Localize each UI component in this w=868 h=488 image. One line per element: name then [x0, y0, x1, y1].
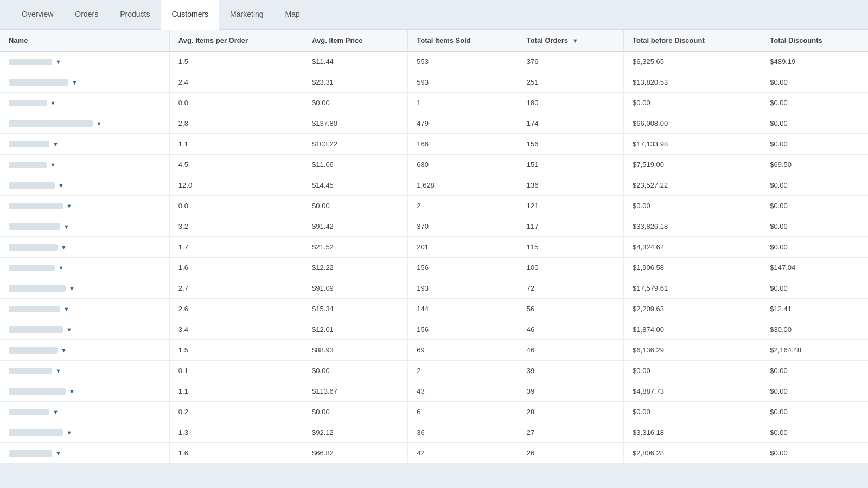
col-avg-items[interactable]: Avg. Items per Order: [169, 30, 303, 52]
cell-avg_items: 3.4: [169, 319, 303, 340]
cell-total_items: 1: [408, 93, 518, 113]
cell-total_orders: 121: [518, 196, 623, 216]
cell-avg_items: 0.1: [169, 361, 303, 381]
table-row: ▼0.1$0.00239$0.00$0.00: [0, 361, 868, 381]
cell-total_items: 144: [408, 299, 518, 319]
customer-name-cell: ▼: [0, 258, 169, 278]
cell-total_items: 553: [408, 52, 518, 72]
customer-name-cell: ▼: [0, 72, 169, 93]
cell-total_items: 42: [408, 443, 518, 464]
cell-total_discounts: $0.00: [761, 361, 868, 381]
tab-marketing[interactable]: Marketing: [219, 0, 274, 30]
col-name[interactable]: Name: [0, 30, 169, 52]
customer-name-cell: ▼: [0, 52, 169, 72]
cell-total_orders: 156: [518, 134, 623, 155]
cell-total_before: $0.00: [624, 402, 761, 422]
cell-avg_items: 2.6: [169, 299, 303, 319]
filter-icon[interactable]: ▼: [58, 265, 64, 271]
cell-total_items: 479: [408, 113, 518, 134]
col-total-before[interactable]: Total before Discount: [624, 30, 761, 52]
cell-total_orders: 136: [518, 175, 623, 196]
filter-icon[interactable]: ▼: [66, 429, 72, 436]
filter-icon[interactable]: ▼: [61, 244, 67, 251]
tab-products[interactable]: Products: [109, 0, 161, 30]
cell-total_orders: 27: [518, 422, 623, 443]
cell-avg_items: 1.6: [169, 443, 303, 464]
filter-icon[interactable]: ▼: [61, 347, 67, 354]
tab-map[interactable]: Map: [275, 0, 311, 30]
cell-total_items: 166: [408, 134, 518, 155]
cell-avg_price: $11.44: [303, 52, 408, 72]
table-row: ▼3.2$91.42370117$33,826.18$0.00: [0, 216, 868, 237]
cell-avg_items: 12.0: [169, 175, 303, 196]
cell-avg_items: 0.0: [169, 196, 303, 216]
filter-icon[interactable]: ▼: [55, 59, 61, 65]
filter-icon[interactable]: ▼: [55, 368, 61, 374]
cell-avg_items: 1.5: [169, 52, 303, 72]
cell-total_before: $3,316.18: [624, 422, 761, 443]
cell-total_discounts: $489.19: [761, 52, 868, 72]
cell-total_items: 680: [408, 155, 518, 175]
cell-total_before: $23,527.22: [624, 175, 761, 196]
customer-name-cell: ▼: [0, 361, 169, 381]
cell-avg_price: $92.12: [303, 422, 408, 443]
cell-avg_price: $12.01: [303, 319, 408, 340]
cell-total_discounts: $0.00: [761, 381, 868, 402]
customer-name-cell: ▼: [0, 175, 169, 196]
filter-icon[interactable]: ▼: [96, 120, 102, 127]
customer-name-cell: ▼: [0, 340, 169, 361]
tab-orders[interactable]: Orders: [64, 0, 109, 30]
cell-avg_items: 0.0: [169, 93, 303, 113]
filter-icon[interactable]: ▼: [63, 306, 69, 312]
col-total-items[interactable]: Total Items Sold: [408, 30, 518, 52]
table-row: ▼1.3$92.123627$3,316.18$0.00: [0, 422, 868, 443]
filter-icon[interactable]: ▼: [58, 182, 64, 189]
cell-total_orders: 46: [518, 340, 623, 361]
table-row: ▼0.0$0.002121$0.00$0.00: [0, 196, 868, 216]
filter-icon[interactable]: ▼: [69, 285, 75, 292]
filter-icon[interactable]: ▼: [66, 326, 72, 333]
cell-avg_price: $14.45: [303, 175, 408, 196]
main-content: Name Avg. Items per Order Avg. Item Pric…: [0, 30, 868, 464]
table-row: ▼1.1$113.674339$4,887.73$0.00: [0, 381, 868, 402]
filter-icon[interactable]: ▼: [50, 162, 56, 168]
filter-icon[interactable]: ▼: [53, 141, 59, 147]
customer-name-cell: ▼: [0, 93, 169, 113]
cell-total_items: 6: [408, 402, 518, 422]
customer-name-cell: ▼: [0, 319, 169, 340]
col-total-discounts[interactable]: Total Discounts: [761, 30, 868, 52]
filter-icon[interactable]: ▼: [66, 203, 72, 209]
cell-total_discounts: $0.00: [761, 93, 868, 113]
cell-total_before: $2,806.28: [624, 443, 761, 464]
customer-name-cell: ▼: [0, 422, 169, 443]
filter-icon[interactable]: ▼: [69, 388, 75, 395]
customer-name-cell: ▼: [0, 216, 169, 237]
col-total-orders[interactable]: Total Orders ▼: [518, 30, 623, 52]
cell-avg_price: $88.93: [303, 340, 408, 361]
cell-total_before: $13,820.53: [624, 72, 761, 93]
tab-overview[interactable]: Overview: [11, 0, 64, 30]
cell-total_items: 1,628: [408, 175, 518, 196]
table-row: ▼1.6$12.22156100$1,906.58$147.04: [0, 258, 868, 278]
customer-name-cell: ▼: [0, 113, 169, 134]
cell-total_discounts: $0.00: [761, 402, 868, 422]
sort-desc-icon: ▼: [572, 37, 578, 44]
table-row: ▼2.4$23.31593251$13,820.53$0.00: [0, 72, 868, 93]
filter-icon[interactable]: ▼: [55, 450, 61, 457]
cell-total_discounts: $147.04: [761, 258, 868, 278]
filter-icon[interactable]: ▼: [63, 223, 69, 230]
cell-total_before: $6,325.65: [624, 52, 761, 72]
table-row: ▼4.5$11.06680151$7,519.00$69.50: [0, 155, 868, 175]
col-avg-price[interactable]: Avg. Item Price: [303, 30, 408, 52]
filter-icon[interactable]: ▼: [50, 100, 56, 106]
cell-total_discounts: $0.00: [761, 422, 868, 443]
cell-total_orders: 56: [518, 299, 623, 319]
cell-avg_price: $15.34: [303, 299, 408, 319]
cell-total_before: $17,579.61: [624, 278, 761, 299]
table-header-row: Name Avg. Items per Order Avg. Item Pric…: [0, 30, 868, 52]
filter-icon[interactable]: ▼: [53, 409, 59, 415]
filter-icon[interactable]: ▼: [72, 79, 78, 86]
cell-total_before: $0.00: [624, 361, 761, 381]
tab-customers[interactable]: Customers: [161, 0, 219, 30]
cell-avg_price: $21.52: [303, 237, 408, 258]
